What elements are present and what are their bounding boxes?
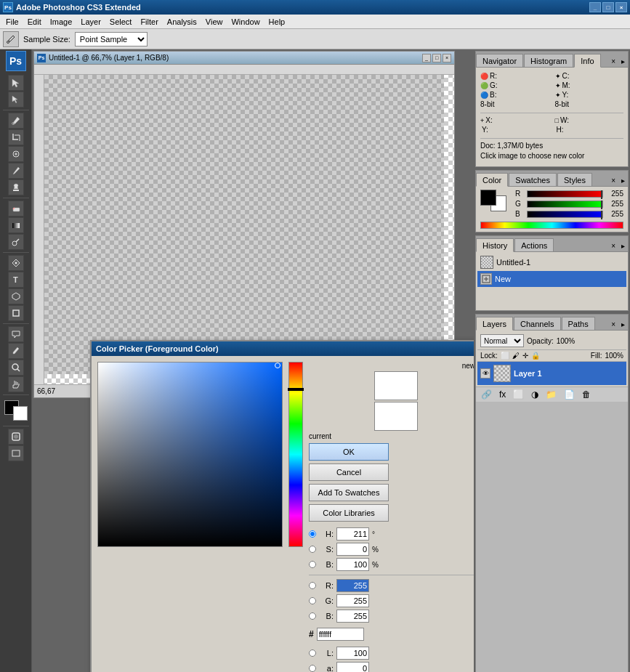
menu-help[interactable]: Help (264, 16, 290, 28)
canvas-content[interactable] (34, 65, 454, 384)
tab-swatches[interactable]: Swatches (509, 173, 557, 186)
tab-histogram[interactable]: Histogram (524, 54, 573, 67)
canvas-inner[interactable] (44, 75, 444, 374)
g-slider-track[interactable] (527, 201, 603, 208)
cp-color-libraries-btn[interactable]: Color Libraries (309, 504, 389, 522)
tool-path-select[interactable] (8, 288, 24, 304)
tool-eraser[interactable] (8, 201, 24, 216)
cp-h-radio[interactable] (309, 530, 316, 538)
fg-bg-colors[interactable] (4, 400, 28, 421)
menu-window[interactable]: Window (227, 16, 264, 28)
cp-gradient-box[interactable] (97, 362, 283, 547)
cp-add-to-swatches-btn[interactable]: Add To Swatches (309, 484, 389, 501)
tool-shape[interactable] (8, 305, 24, 321)
tool-spot-heal[interactable] (8, 146, 24, 162)
history-item-new[interactable]: New (477, 271, 626, 287)
history-panel-close[interactable]: × (608, 240, 618, 251)
tool-eyedropper[interactable] (8, 113, 24, 129)
tool-screen-mode[interactable] (8, 445, 24, 461)
tool-zoom[interactable] (8, 360, 24, 376)
eyedropper-tool-btn[interactable] (3, 31, 19, 47)
lock-position-icon[interactable]: ✛ (522, 352, 528, 360)
tool-stamp[interactable] (8, 179, 24, 195)
menu-image[interactable]: Image (46, 16, 77, 28)
color-spectrum[interactable] (480, 222, 623, 229)
tab-history[interactable]: History (476, 238, 514, 252)
doc-maximize[interactable]: □ (432, 54, 441, 62)
lock-transparent-icon[interactable]: ⬜ (501, 352, 509, 360)
cp-ok-btn[interactable]: OK (309, 443, 389, 461)
cp-l-radio[interactable] (309, 649, 316, 657)
layer-mask-btn[interactable]: ⬜ (511, 389, 526, 400)
minimize-btn[interactable]: _ (589, 2, 601, 12)
tool-quickmask[interactable] (8, 429, 24, 445)
doc-close[interactable]: × (443, 54, 451, 62)
tab-navigator[interactable]: Navigator (476, 54, 523, 67)
new-group-btn[interactable]: 📁 (544, 389, 559, 400)
cp-s-input[interactable] (336, 543, 369, 556)
menu-edit[interactable]: Edit (23, 16, 46, 28)
sample-size-select[interactable]: Point Sample 3 by 3 Average 5 by 5 Avera… (75, 32, 148, 46)
cp-s-radio[interactable] (309, 546, 316, 553)
cp-current-color[interactable] (374, 402, 418, 431)
cp-cancel-btn[interactable]: Cancel (309, 463, 389, 481)
tab-color[interactable]: Color (476, 173, 508, 187)
b-slider-track[interactable] (527, 211, 603, 218)
delete-layer-btn[interactable]: 🗑 (580, 389, 593, 400)
history-item-doc[interactable]: Untitled-1 (477, 254, 626, 271)
tool-dodge[interactable] (8, 234, 24, 250)
blend-mode-select[interactable]: Normal (480, 334, 524, 347)
tool-pen[interactable] (8, 255, 24, 271)
tool-selection[interactable] (8, 75, 24, 91)
tab-paths[interactable]: Paths (562, 317, 595, 330)
new-layer-btn[interactable]: 📄 (562, 389, 577, 400)
lock-image-icon[interactable]: 🖌 (512, 352, 520, 360)
tool-text[interactable]: T (8, 272, 24, 288)
tool-eyedropper2[interactable] (8, 343, 24, 359)
lock-all-icon[interactable]: 🔒 (531, 352, 540, 360)
cp-l-input[interactable] (336, 647, 369, 660)
layer-style-btn[interactable]: fx (497, 389, 508, 400)
menu-file[interactable]: File (1, 16, 23, 28)
maximize-btn[interactable]: □ (602, 2, 614, 12)
menu-layer[interactable]: Layer (76, 16, 105, 28)
cp-b-radio[interactable] (309, 561, 316, 568)
adjustment-layer-btn[interactable]: ◑ (529, 389, 541, 400)
tool-gradient[interactable] (8, 217, 24, 233)
doc-minimize[interactable]: _ (422, 54, 431, 62)
cp-g-radio[interactable] (309, 597, 316, 604)
tab-channels[interactable]: Channels (514, 317, 560, 330)
tab-actions[interactable]: Actions (514, 238, 554, 251)
tool-brush[interactable] (8, 163, 24, 179)
menu-view[interactable]: View (201, 16, 227, 28)
info-panel-close[interactable]: × (608, 56, 618, 67)
fg-color-box[interactable] (480, 190, 496, 206)
tab-layers[interactable]: Layers (476, 317, 513, 331)
cp-g-input[interactable] (336, 594, 369, 607)
tab-info[interactable]: Info (574, 54, 600, 68)
cp-b2-radio[interactable] (309, 612, 316, 620)
cp-h-input[interactable] (336, 527, 369, 541)
cp-a-radio[interactable] (309, 665, 316, 672)
cp-r-radio[interactable] (309, 582, 316, 589)
cp-b2-input[interactable] (336, 610, 369, 623)
menu-select[interactable]: Select (105, 16, 137, 28)
r-slider-track[interactable] (527, 190, 603, 198)
tool-annotations[interactable] (8, 326, 24, 342)
background-color[interactable] (13, 406, 28, 421)
history-panel-menu[interactable]: ▸ (618, 240, 628, 251)
color-panel-close[interactable]: × (608, 175, 618, 186)
info-panel-menu[interactable]: ▸ (618, 56, 628, 67)
menu-filter[interactable]: Filter (136, 16, 162, 28)
tool-crop[interactable] (8, 129, 24, 145)
layer-visibility-btn[interactable]: 👁 (480, 368, 490, 378)
cp-r-input[interactable] (336, 579, 369, 592)
layers-panel-menu[interactable]: ▸ (618, 319, 628, 330)
link-layers-btn[interactable]: 🔗 (479, 389, 494, 400)
cp-b-input[interactable] (336, 558, 369, 571)
cp-hue-bar[interactable] (288, 362, 303, 547)
tool-direct-select[interactable] (8, 92, 24, 108)
cp-new-color[interactable] (374, 371, 418, 400)
cp-hex-input[interactable] (317, 628, 364, 641)
close-btn[interactable]: × (615, 2, 627, 12)
